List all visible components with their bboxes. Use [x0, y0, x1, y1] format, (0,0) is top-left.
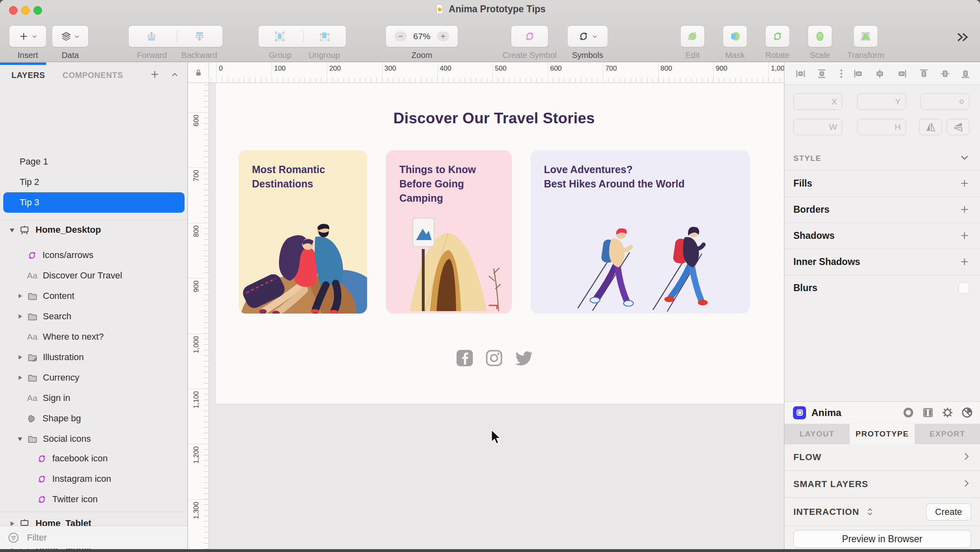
blurs-checkbox[interactable]	[958, 283, 969, 294]
inspector-panel: X Y W H STYLE Fills Borders Shadows Inne…	[784, 62, 980, 552]
horizontal-ruler[interactable]: 01002003004005006007008009001,000	[209, 62, 784, 83]
height-field[interactable]: H	[857, 119, 906, 135]
toolbar-overflow-button[interactable]	[956, 32, 969, 44]
backward-button[interactable]	[177, 31, 223, 42]
sidebar-item-currency[interactable]: Currency	[0, 367, 188, 388]
sidebar-item-facebook-icon[interactable]: facebook icon	[0, 448, 188, 469]
add-border-button[interactable]	[959, 204, 970, 216]
add-inner-shadow-button[interactable]	[959, 256, 970, 269]
y-position-field[interactable]: Y	[857, 93, 906, 110]
sidebar-item-illustration[interactable]: Illustration	[0, 347, 188, 367]
twitter-icon[interactable]	[514, 349, 533, 367]
sidebar-item-discover-text[interactable]: Aa Discover Our Travel	[0, 265, 188, 286]
sidebar-item-shape-bg[interactable]: Shape bg	[0, 408, 188, 429]
add-page-button[interactable]	[149, 69, 160, 81]
sidebar-item-instagram-icon[interactable]: Instagram icon	[0, 469, 188, 489]
sidebar-item-tip2[interactable]: Tip 2	[0, 172, 188, 192]
sidebar-item-page1[interactable]: Page 1	[0, 151, 188, 172]
tool-scale[interactable]: Scale	[808, 25, 832, 60]
filter-bar[interactable]: Filter	[0, 526, 187, 549]
symbols-icon	[578, 31, 589, 42]
ruler-label: 1,200	[192, 446, 200, 481]
add-fill-button[interactable]	[959, 178, 970, 190]
flip-vertical-button[interactable]	[947, 119, 969, 135]
disabled-icon[interactable]	[961, 406, 973, 419]
divider	[784, 249, 980, 249]
canvas-area: 01002003004005006007008009001,000 600700…	[188, 62, 784, 552]
x-position-field[interactable]: X	[793, 93, 842, 110]
flip-horizontal-icon	[925, 122, 936, 132]
columns-icon[interactable]	[922, 406, 934, 419]
disclosure-closed-icon[interactable]	[17, 354, 24, 360]
create-symbol-icon	[524, 31, 535, 42]
style-collapse-button[interactable]	[959, 152, 970, 165]
align-right-icon[interactable]	[896, 68, 907, 81]
tool-zoom: 67% Zoom	[385, 25, 458, 60]
zoom-out-button[interactable]	[394, 31, 407, 41]
canvas[interactable]: Discover Our Travel Stories Most Romanti…	[209, 83, 784, 552]
create-interaction-button[interactable]: Create	[926, 503, 971, 521]
width-field[interactable]: W	[793, 119, 842, 135]
preview-in-browser-button[interactable]: Preview in Browser	[793, 530, 971, 548]
zoom-in-button[interactable]	[437, 31, 449, 41]
gear-icon[interactable]	[941, 406, 954, 419]
flow-row[interactable]: FLOW	[784, 444, 980, 471]
sidebar-item-twitter-icon[interactable]: Twitter icon	[0, 489, 188, 510]
tool-mask[interactable]: Mask	[723, 25, 747, 60]
tab-layers[interactable]: LAYERS	[11, 71, 45, 80]
tool-insert[interactable]: Insert	[9, 25, 47, 60]
align-bottom-icon[interactable]	[960, 68, 971, 81]
align-middle-vertical-icon[interactable]	[940, 68, 951, 81]
sidebar-item-icons-arrows[interactable]: Icons/arrows	[0, 245, 188, 265]
distribute-vertically-icon[interactable]	[816, 68, 827, 81]
folder-icon	[27, 311, 38, 322]
tool-symbols[interactable]: Symbols	[567, 25, 608, 60]
tool-transform[interactable]: Transform	[846, 25, 885, 60]
tab-export[interactable]: EXPORT	[915, 424, 980, 444]
collapse-pages-button[interactable]	[170, 71, 180, 80]
card-romantic-destinations[interactable]: Most Romantic Destinations	[238, 150, 367, 314]
rotation-field[interactable]	[920, 93, 969, 110]
canvas-heading[interactable]: Discover Our Travel Stories	[393, 110, 595, 127]
sidebar-item-where-to-next[interactable]: Aa Where to next?	[0, 327, 188, 347]
sidebar-item-search[interactable]: Search	[0, 306, 188, 327]
record-icon[interactable]	[902, 406, 915, 419]
tool-rotate[interactable]: Rotate	[765, 25, 790, 60]
sidebar-item-social-icons[interactable]: Social icons	[0, 429, 188, 449]
app-window: Anima Prototype Tips Insert Data	[0, 0, 980, 552]
group-button[interactable]	[258, 31, 301, 42]
card-hiking-adventures[interactable]: Love Adventures? Best Hikes Around the W…	[530, 150, 750, 314]
disclosure-closed-icon[interactable]	[17, 375, 24, 381]
interaction-row[interactable]: INTERACTION Create	[784, 498, 980, 526]
tool-edit[interactable]: Edit	[680, 25, 705, 60]
instagram-icon[interactable]	[485, 349, 503, 367]
align-top-icon[interactable]	[918, 68, 929, 81]
disclosure-open-icon[interactable]	[9, 227, 16, 233]
artboard-tip3[interactable]: Discover Our Travel Stories Most Romanti…	[216, 83, 784, 404]
disclosure-closed-icon[interactable]	[17, 293, 24, 299]
tool-data[interactable]: Data	[52, 25, 89, 60]
facebook-icon[interactable]	[456, 349, 474, 367]
tab-prototype[interactable]: PROTOTYPE	[850, 424, 915, 444]
vertical-ruler[interactable]: 6007008009001,0001,1001,2001,300	[188, 83, 209, 552]
disclosure-open-icon[interactable]	[17, 436, 24, 442]
smart-layers-row[interactable]: SMART LAYERS	[784, 471, 980, 498]
flip-horizontal-button[interactable]	[919, 119, 942, 135]
ungroup-button[interactable]	[303, 31, 346, 42]
tool-create-symbol[interactable]: Create Symbol	[511, 25, 548, 60]
disclosure-closed-icon[interactable]	[17, 314, 24, 319]
sidebar-item-sign-in[interactable]: Aa Sign in	[0, 388, 188, 408]
more-options-icon[interactable]	[836, 68, 847, 81]
forward-button[interactable]	[129, 31, 174, 42]
tab-layout[interactable]: LAYOUT	[784, 424, 850, 444]
sidebar-item-tip3-selected[interactable]: Tip 3	[3, 192, 185, 213]
expand-collapse-icon[interactable]	[865, 507, 875, 517]
add-shadow-button[interactable]	[959, 230, 970, 243]
align-left-icon[interactable]	[853, 68, 864, 81]
align-center-horizontal-icon[interactable]	[874, 68, 885, 81]
sidebar-item-content[interactable]: Content	[0, 286, 188, 306]
sidebar-item-home-desktop[interactable]: Home_Desktop	[0, 220, 188, 240]
card-camping-tips[interactable]: Things to Know Before Going Camping	[386, 150, 512, 314]
distribute-horizontally-icon[interactable]	[795, 68, 806, 81]
tab-components[interactable]: COMPONENTS	[62, 71, 123, 80]
